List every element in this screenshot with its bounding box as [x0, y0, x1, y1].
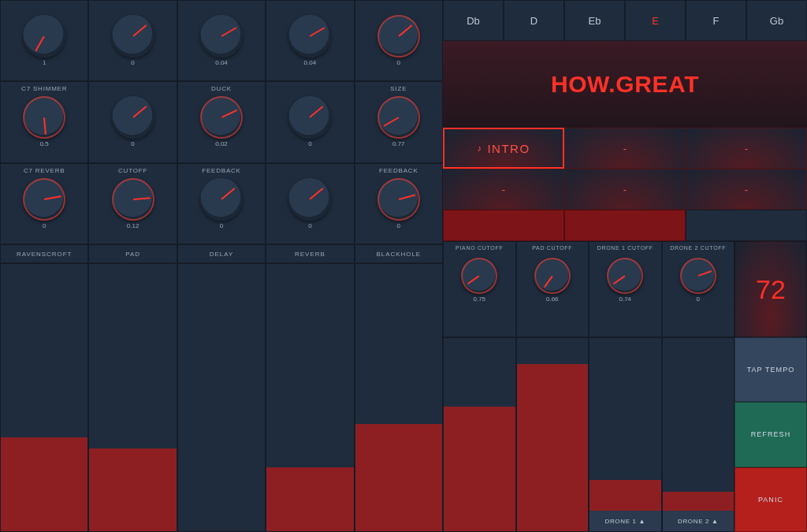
- knob-cell[interactable]: 1: [0, 0, 88, 81]
- knob[interactable]: [23, 15, 65, 58]
- knob-cell[interactable]: C7 SHIMMER0.5: [0, 81, 88, 162]
- drone-fader[interactable]: DRONE 2 ▲: [662, 337, 735, 532]
- knob-cell[interactable]: 0.04: [266, 0, 354, 81]
- key-F[interactable]: F: [686, 0, 746, 41]
- cutoff-cell[interactable]: DRONE 1 CUTOFF0.74: [589, 241, 662, 337]
- knob[interactable]: [377, 178, 420, 221]
- knob[interactable]: [23, 178, 65, 221]
- knob-value: 0.02: [215, 140, 228, 147]
- key-Db[interactable]: Db: [443, 0, 504, 41]
- drone-fader[interactable]: [443, 337, 516, 532]
- cutoff-cell[interactable]: PAD CUTOFF0.66: [516, 241, 589, 337]
- knob-value: 0: [220, 222, 223, 229]
- knob[interactable]: [377, 15, 420, 58]
- knob[interactable]: [112, 96, 154, 139]
- knob[interactable]: [461, 258, 497, 294]
- section-slot[interactable]: ♪INTRO: [443, 128, 564, 169]
- knob[interactable]: [200, 178, 243, 221]
- key-E[interactable]: E: [625, 0, 686, 41]
- knob-value: 0.66: [546, 296, 559, 303]
- drone-fader[interactable]: [516, 337, 589, 532]
- note-icon: ♪: [477, 143, 482, 153]
- key-selector: DbDEbEFGb: [443, 0, 807, 41]
- knob-value: 0.5: [40, 140, 49, 147]
- knob[interactable]: [200, 96, 243, 139]
- song-title: HOW.GREAT: [443, 41, 807, 128]
- knob-label: C7 SHIMMER: [21, 85, 67, 93]
- knob-cell[interactable]: 0: [88, 81, 177, 162]
- knob[interactable]: [112, 178, 154, 221]
- cutoff-cell[interactable]: DRONE 2 CUTOFF0: [662, 241, 735, 337]
- knob-label: C7 REVERB: [24, 167, 65, 175]
- knob-value: 0: [43, 222, 46, 229]
- section-grid: ♪INTRO-----: [443, 128, 807, 210]
- section-slot[interactable]: -: [564, 128, 686, 169]
- knob-value: 0: [308, 222, 311, 229]
- knob[interactable]: [288, 15, 331, 58]
- cutoff-cell[interactable]: PIANO CUTOFF0.75: [443, 241, 516, 337]
- drone-fader[interactable]: DRONE 1 ▲: [589, 337, 662, 532]
- knob-cell[interactable]: FEEDBACK0: [355, 163, 443, 244]
- knob-value: 1: [43, 59, 46, 66]
- progress-cell: [443, 210, 564, 241]
- key-Eb[interactable]: Eb: [564, 0, 625, 41]
- section-slot[interactable]: -: [686, 128, 807, 169]
- bottom-faders: DRONE 1 ▲DRONE 2 ▲: [443, 337, 734, 532]
- action-buttons: TAP TEMPO REFRESH PANIC: [734, 337, 807, 532]
- knob-cell[interactable]: 0: [88, 0, 177, 81]
- knob[interactable]: [680, 258, 716, 294]
- fader-caption[interactable]: DRONE 2 ▲: [663, 511, 734, 531]
- channel-fader[interactable]: [0, 263, 88, 532]
- bpm-display[interactable]: 72: [734, 241, 807, 337]
- key-D[interactable]: D: [504, 0, 564, 41]
- knob-value: 0: [697, 296, 700, 303]
- knob[interactable]: [288, 96, 331, 139]
- tap-tempo-button[interactable]: TAP TEMPO: [734, 337, 807, 402]
- knob[interactable]: [23, 96, 65, 139]
- knob-cell[interactable]: 0: [355, 0, 443, 81]
- knob-label: FEEDBACK: [379, 167, 418, 175]
- channel-fader[interactable]: [88, 263, 177, 532]
- panic-button[interactable]: PANIC: [734, 467, 807, 532]
- knob[interactable]: [534, 258, 571, 294]
- section-slot[interactable]: -: [686, 169, 807, 210]
- channel-fader[interactable]: [355, 263, 443, 532]
- knob-cell[interactable]: 0.04: [177, 0, 266, 81]
- knob-value: 0: [397, 59, 400, 66]
- knob-label: FEEDBACK: [202, 167, 241, 175]
- knob-cell[interactable]: 0: [266, 163, 354, 244]
- knob[interactable]: [288, 178, 331, 221]
- section-slot[interactable]: -: [443, 169, 564, 210]
- knob-cell[interactable]: 0: [266, 81, 354, 162]
- knob-grid: 100.040.040C7 SHIMMER0.50DUCK0.020SIZE0.…: [0, 0, 443, 244]
- channel-label: REVERB: [266, 244, 354, 263]
- channel-fader[interactable]: [177, 263, 266, 532]
- knob[interactable]: [377, 96, 420, 139]
- right-panel: DbDEbEFGb HOW.GREAT ♪INTRO----- PIANO CU…: [443, 0, 807, 532]
- section-slot[interactable]: -: [564, 169, 686, 210]
- knob-value: 0: [131, 59, 134, 66]
- knob-value: 0: [397, 222, 400, 229]
- fader-caption[interactable]: DRONE 1 ▲: [589, 511, 661, 531]
- knob-value: 0.12: [127, 222, 139, 229]
- knob[interactable]: [112, 15, 154, 58]
- knob-cell[interactable]: CUTOFF0.12: [88, 163, 177, 244]
- knob-cell[interactable]: C7 REVERB0: [0, 163, 88, 244]
- knob[interactable]: [607, 258, 643, 294]
- key-Gb[interactable]: Gb: [746, 0, 807, 41]
- channel-fader[interactable]: [266, 263, 354, 532]
- knob[interactable]: [200, 15, 243, 58]
- knob-label: SIZE: [390, 85, 407, 93]
- knob-cell[interactable]: DUCK0.02: [177, 81, 266, 162]
- refresh-button[interactable]: REFRESH: [734, 402, 807, 467]
- progress-cell: [686, 210, 807, 241]
- bottom-row: DRONE 1 ▲DRONE 2 ▲ TAP TEMPO REFRESH PAN…: [443, 337, 807, 532]
- knob-cell[interactable]: FEEDBACK0: [177, 163, 266, 244]
- knob-value: 0.77: [392, 140, 405, 147]
- knob-label: CUTOFF: [118, 167, 147, 175]
- knob-cell[interactable]: SIZE0.77: [355, 81, 443, 162]
- knob-label: DRONE 1 CUTOFF: [597, 245, 653, 253]
- channel-label: RAVENSCROFT: [0, 244, 88, 263]
- knob-value: 0.75: [473, 296, 485, 303]
- knob-label: PAD CUTOFF: [532, 245, 572, 253]
